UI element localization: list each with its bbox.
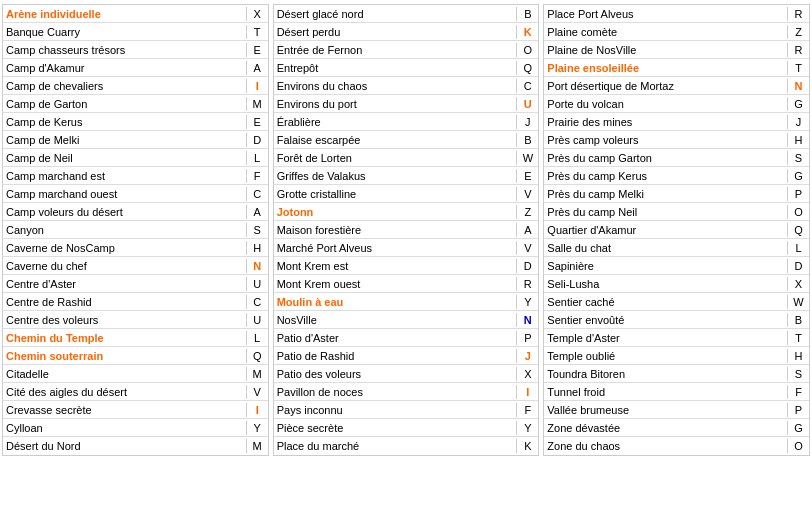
- table-row: Port désertique de MortazN: [544, 77, 809, 95]
- cell-code: I: [516, 385, 538, 399]
- cell-code: Q: [246, 349, 268, 363]
- cell-code: B: [787, 313, 809, 327]
- cell-code: S: [246, 223, 268, 237]
- table-row: Centre de RashidC: [3, 293, 268, 311]
- cell-name: Centre d'Aster: [3, 277, 246, 291]
- cell-code: R: [787, 7, 809, 21]
- table-row: Crevasse secrèteI: [3, 401, 268, 419]
- cell-name: Désert perdu: [274, 25, 517, 39]
- table-row: Marché Port AlveusV: [274, 239, 539, 257]
- cell-name: Plaine comète: [544, 25, 787, 39]
- cell-code: K: [516, 439, 538, 453]
- cell-code: J: [787, 115, 809, 129]
- table-row: Zone du chaosO: [544, 437, 809, 455]
- cell-code: V: [516, 241, 538, 255]
- table-row: Plaine de NosVilleR: [544, 41, 809, 59]
- cell-name: Désert du Nord: [3, 439, 246, 453]
- cell-code: A: [516, 223, 538, 237]
- table-row: CitadelleM: [3, 365, 268, 383]
- cell-name: Zone dévastée: [544, 421, 787, 435]
- table-row: Centre des voleursU: [3, 311, 268, 329]
- table-row: EntrepôtQ: [274, 59, 539, 77]
- cell-name: Tunnel froid: [544, 385, 787, 399]
- cell-name: Cylloan: [3, 421, 246, 435]
- table-row: Grotte cristallineV: [274, 185, 539, 203]
- cell-code: O: [787, 439, 809, 453]
- cell-name: Arène individuelle: [3, 7, 246, 21]
- cell-name: Zone du chaos: [544, 439, 787, 453]
- cell-code: G: [787, 97, 809, 111]
- cell-name: Cité des aigles du désert: [3, 385, 246, 399]
- cell-name: Entrepôt: [274, 61, 517, 75]
- cell-code: G: [787, 421, 809, 435]
- cell-name: Quartier d'Akamur: [544, 223, 787, 237]
- cell-name: Pays inconnu: [274, 403, 517, 417]
- cell-code: Z: [787, 25, 809, 39]
- cell-code: T: [787, 331, 809, 345]
- cell-name: Port désertique de Mortaz: [544, 79, 787, 93]
- cell-code: W: [787, 295, 809, 309]
- cell-code: P: [787, 403, 809, 417]
- cell-name: Falaise escarpée: [274, 133, 517, 147]
- table-row: Seli-LushaX: [544, 275, 809, 293]
- table-row: Banque CuarryT: [3, 23, 268, 41]
- cell-code: Q: [787, 223, 809, 237]
- cell-name: Camp de Kerus: [3, 115, 246, 129]
- cell-code: K: [516, 25, 538, 39]
- table-row: Plaine ensoleilléeT: [544, 59, 809, 77]
- table-row: Vallée brumeuseP: [544, 401, 809, 419]
- table-row: Arène individuelleX: [3, 5, 268, 23]
- cell-name: Camp marchand ouest: [3, 187, 246, 201]
- table-row: Zone dévastéeG: [544, 419, 809, 437]
- table-row: Désert du NordM: [3, 437, 268, 455]
- table-row: Pavillon de nocesI: [274, 383, 539, 401]
- table-row: Près du camp GartonS: [544, 149, 809, 167]
- table-row: Temple d'AsterT: [544, 329, 809, 347]
- cell-name: Plaine ensoleillée: [544, 61, 787, 75]
- table-row: Près du camp KerusG: [544, 167, 809, 185]
- table-row: Salle du chatL: [544, 239, 809, 257]
- table-row: Chemin du TempleL: [3, 329, 268, 347]
- table-row: Camp voleurs du désertA: [3, 203, 268, 221]
- cell-name: Seli-Lusha: [544, 277, 787, 291]
- table-row: Cité des aigles du désertV: [3, 383, 268, 401]
- table-row: Patio de RashidJ: [274, 347, 539, 365]
- cell-code: L: [246, 151, 268, 165]
- table-row: Patio d'AsterP: [274, 329, 539, 347]
- table-row: Falaise escarpéeB: [274, 131, 539, 149]
- table-row: Prairie des minesJ: [544, 113, 809, 131]
- table-row: Tunnel froidF: [544, 383, 809, 401]
- cell-code: L: [787, 241, 809, 255]
- column-2: Désert glacé nordBDésert perduKEntrée de…: [273, 4, 540, 456]
- cell-name: Pavillon de noces: [274, 385, 517, 399]
- cell-name: Caverne de NosCamp: [3, 241, 246, 255]
- cell-name: Grotte cristalline: [274, 187, 517, 201]
- cell-code: G: [787, 169, 809, 183]
- cell-code: X: [516, 367, 538, 381]
- cell-code: T: [246, 25, 268, 39]
- cell-code: B: [516, 133, 538, 147]
- cell-name: Centre des voleurs: [3, 313, 246, 327]
- cell-name: Camp d'Akamur: [3, 61, 246, 75]
- cell-name: Plaine de NosVille: [544, 43, 787, 57]
- cell-code: X: [787, 277, 809, 291]
- cell-code: U: [246, 313, 268, 327]
- cell-code: N: [516, 313, 538, 327]
- table-row: Pièce secrèteY: [274, 419, 539, 437]
- table-row: Camp marchand estF: [3, 167, 268, 185]
- table-row: Forêt de LortenW: [274, 149, 539, 167]
- table-row: Camp de chevaliersI: [3, 77, 268, 95]
- cell-code: C: [246, 295, 268, 309]
- cell-name: Vallée brumeuse: [544, 403, 787, 417]
- cell-code: H: [787, 133, 809, 147]
- cell-code: F: [516, 403, 538, 417]
- table-row: Maison forestièreA: [274, 221, 539, 239]
- table-row: Place du marchéK: [274, 437, 539, 455]
- table-row: Près du camp MelkiP: [544, 185, 809, 203]
- table-row: Camp de KerusE: [3, 113, 268, 131]
- cell-name: Maison forestière: [274, 223, 517, 237]
- cell-name: Sentier envoûté: [544, 313, 787, 327]
- cell-code: M: [246, 439, 268, 453]
- cell-code: X: [246, 7, 268, 21]
- cell-code: D: [787, 259, 809, 273]
